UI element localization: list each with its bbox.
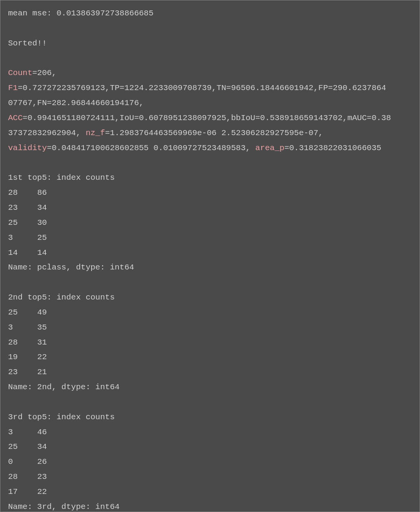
f1-label: F1 bbox=[8, 84, 18, 92]
validity-value: =0.048417100628602855 0.0100972752348958… bbox=[47, 144, 255, 152]
validity-label: validity bbox=[8, 144, 47, 152]
table-row: 23 34 bbox=[8, 201, 412, 216]
validity-line: validity=0.048417100628602855 0.01009727… bbox=[8, 141, 412, 156]
row-count: 49 bbox=[37, 308, 47, 317]
row-index: 23 bbox=[8, 203, 37, 212]
table-row: 17 22 bbox=[8, 485, 412, 500]
row-index: 3 bbox=[8, 323, 37, 332]
blank-line bbox=[8, 51, 412, 66]
table-row: 25 30 bbox=[8, 216, 412, 231]
row-index: 19 bbox=[8, 353, 37, 361]
table-row: 28 31 bbox=[8, 335, 412, 350]
top5-3-name: Name: 3rd, dtype: int64 bbox=[8, 500, 412, 512]
f1-line-1: F1=0.727272235769123,TP=1224.22330097087… bbox=[8, 81, 412, 96]
row-count: 21 bbox=[37, 368, 47, 376]
row-index: 23 bbox=[8, 368, 37, 376]
row-count: 22 bbox=[37, 487, 47, 496]
top5-1-header: 1st top5: index counts bbox=[8, 171, 412, 186]
row-count: 14 bbox=[37, 248, 47, 257]
table-row: 28 86 bbox=[8, 186, 412, 201]
row-count: 30 bbox=[37, 218, 47, 227]
row-count: 31 bbox=[37, 338, 47, 347]
table-row: 25 34 bbox=[8, 440, 412, 455]
row-index: 25 bbox=[8, 308, 37, 317]
row-index: 3 bbox=[8, 233, 37, 242]
row-index: 28 bbox=[8, 472, 37, 481]
acc-line-2: 37372832962904, nz_f=1.2983764463569969e… bbox=[8, 126, 412, 141]
acc-value-1: =0.9941651180724111,IoU=0.60789512380979… bbox=[23, 114, 391, 122]
acc-line-1: ACC=0.9941651180724111,IoU=0.60789512380… bbox=[8, 111, 412, 126]
terminal-output: mean mse: 0.013863972738866685 Sorted!! … bbox=[8, 6, 412, 512]
table-row: 23 21 bbox=[8, 365, 412, 380]
top5-1-name: Name: pclass, dtype: int64 bbox=[8, 260, 412, 275]
acc-label: ACC bbox=[8, 114, 23, 122]
mean-mse-value: 0.013863972738866685 bbox=[57, 9, 153, 18]
row-index: 28 bbox=[8, 188, 37, 197]
table-row: 3 46 bbox=[8, 425, 412, 440]
table-row: 3 35 bbox=[8, 320, 412, 335]
blank-line bbox=[8, 21, 412, 36]
mean-mse-label: mean mse: bbox=[8, 9, 57, 18]
acc-value-2a: 37372832962904, bbox=[8, 129, 86, 137]
nzf-value: =1.2983764463569969e-06 2.52306282927595… bbox=[105, 129, 323, 137]
blank-line bbox=[8, 395, 412, 410]
row-count: 46 bbox=[37, 428, 47, 437]
row-count: 86 bbox=[37, 188, 47, 197]
row-count: 22 bbox=[37, 353, 47, 361]
table-row: 19 22 bbox=[8, 350, 412, 365]
f1-value-1: =0.727272235769123,TP=1224.2233009708739… bbox=[18, 84, 386, 92]
row-count: 34 bbox=[37, 203, 47, 212]
table-row: 14 14 bbox=[8, 246, 412, 261]
row-index: 0 bbox=[8, 457, 37, 466]
sorted-line: Sorted!! bbox=[8, 36, 412, 51]
count-label: Count bbox=[8, 69, 32, 77]
top5-3-header: 3rd top5: index counts bbox=[8, 410, 412, 425]
table-row: 0 26 bbox=[8, 455, 412, 470]
row-index: 25 bbox=[8, 442, 37, 451]
table-row: 28 23 bbox=[8, 470, 412, 485]
blank-line bbox=[8, 156, 412, 171]
row-index: 14 bbox=[8, 248, 37, 257]
f1-line-2: 07767,FN=282.96844660194176, bbox=[8, 96, 412, 111]
mean-mse-line: mean mse: 0.013863972738866685 bbox=[8, 6, 412, 21]
row-count: 25 bbox=[37, 233, 47, 242]
top5-2-name: Name: 2nd, dtype: int64 bbox=[8, 380, 412, 395]
row-index: 3 bbox=[8, 428, 37, 437]
row-count: 26 bbox=[37, 457, 47, 466]
table-row: 3 25 bbox=[8, 231, 412, 246]
blank-line bbox=[8, 275, 412, 290]
areap-value: =0.31823822031066035 bbox=[284, 144, 381, 152]
areap-label: area_p bbox=[255, 144, 285, 152]
row-count: 35 bbox=[37, 323, 47, 332]
count-line: Count=206, bbox=[8, 66, 412, 81]
row-index: 25 bbox=[8, 218, 37, 227]
count-value: =206, bbox=[32, 69, 57, 77]
nzf-label: nz_f bbox=[86, 129, 105, 137]
top5-2-header: 2nd top5: index counts bbox=[8, 290, 412, 305]
row-count: 34 bbox=[37, 442, 47, 451]
table-row: 25 49 bbox=[8, 305, 412, 320]
row-index: 28 bbox=[8, 338, 37, 347]
row-index: 17 bbox=[8, 487, 37, 496]
row-count: 23 bbox=[37, 472, 47, 481]
